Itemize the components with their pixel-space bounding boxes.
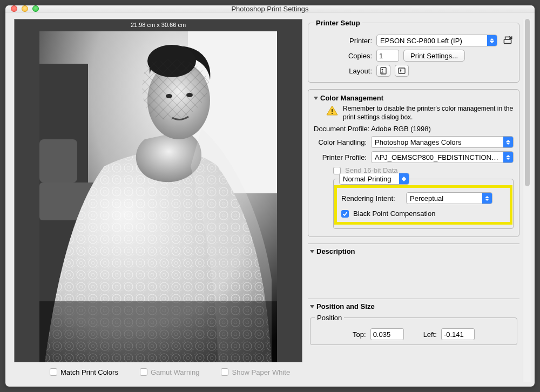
preview-image (39, 31, 277, 362)
layout-portrait-button[interactable] (376, 65, 390, 77)
preview-area: 21.98 cm x 30.66 cm (14, 19, 302, 362)
svg-rect-16 (504, 39, 511, 44)
printer-setup-title: Printer Setup (314, 19, 362, 27)
triangle-down-icon (314, 97, 318, 100)
left-label: Left: (423, 330, 437, 339)
top-label: Top: (353, 330, 366, 339)
svg-point-22 (400, 70, 402, 71)
show-paper-white-checkbox: Show Paper White (221, 368, 290, 376)
print-mode-group: Normal Printing Rendering Intent: Percep… (333, 179, 514, 229)
dialog-footer: Cancel Done Print (5, 382, 535, 387)
preview-options: Match Print Colors Gamut Warning Show Pa… (14, 362, 302, 382)
window-title: Photoshop Print Settings (5, 5, 535, 13)
printer-profile-select[interactable]: APJ_OEMSCP800_FBDISTINCTION_... (371, 151, 514, 163)
position-group: Position Top: Left: (310, 314, 517, 345)
svg-rect-24 (332, 113, 333, 114)
print-settings-button[interactable]: Print Settings... (403, 50, 465, 62)
match-print-colors-checkbox[interactable]: Match Print Colors (50, 368, 118, 376)
svg-rect-9 (39, 139, 77, 183)
color-management-disclosure[interactable]: Color Management (314, 94, 514, 102)
chevron-up-down-icon (487, 35, 497, 46)
color-management-title: Color Management (320, 94, 383, 102)
zoom-icon[interactable] (32, 5, 39, 12)
printer-shortcut-icon[interactable] (502, 35, 514, 46)
printer-select[interactable]: EPSON SC-P800 Left (IP) (376, 35, 497, 46)
preview-dimensions: 21.98 cm x 30.66 cm (15, 22, 302, 28)
copies-input[interactable] (376, 50, 399, 62)
printer-label: Printer: (314, 37, 372, 45)
chevron-up-down-icon (503, 152, 513, 163)
color-handling-label: Color Handling: (314, 138, 367, 146)
print-mode-select[interactable]: Normal Printing (339, 173, 409, 185)
description-title: Description (316, 247, 355, 255)
settings-scrollbar[interactable] (523, 19, 531, 382)
show-paper-white-label: Show Paper White (232, 368, 290, 376)
description-section: Description (308, 244, 519, 292)
color-handling-select[interactable]: Photoshop Manages Colors (371, 136, 514, 148)
rendering-intent-highlight: Rendering Intent: Perceptual (336, 187, 511, 223)
copies-label: Copies: (314, 52, 372, 60)
triangle-down-icon (310, 250, 314, 253)
settings-pane: Printer Setup Printer: EPSON SC-P800 Lef… (308, 12, 535, 382)
rendering-intent-label: Rendering Intent: (338, 194, 402, 202)
minimize-icon[interactable] (22, 5, 28, 12)
chevron-up-down-icon (482, 193, 492, 204)
black-point-compensation-label: Black Point Compensation (353, 209, 435, 218)
position-size-section: Position and Size Position Top: Left: (308, 299, 519, 345)
print-mode-value: Normal Printing (340, 175, 399, 183)
triangle-down-icon (310, 305, 314, 308)
layout-landscape-button[interactable] (395, 65, 409, 77)
scrollbar-thumb[interactable] (525, 19, 530, 186)
document-profile: Document Profile: Adobe RGB (1998) (314, 125, 514, 133)
layout-label: Layout: (314, 67, 372, 75)
svg-rect-15 (39, 301, 277, 362)
svg-point-20 (382, 69, 383, 71)
color-handling-value: Photoshop Manages Colors (372, 138, 503, 146)
svg-rect-17 (505, 37, 510, 39)
position-title: Position (315, 314, 344, 322)
preview-pane: 21.98 cm x 30.66 cm (5, 12, 308, 382)
top-input[interactable] (370, 328, 404, 340)
close-icon[interactable] (11, 5, 17, 12)
rendering-intent-select[interactable]: Perceptual (406, 192, 492, 204)
svg-rect-21 (399, 68, 405, 73)
black-point-compensation-checkbox[interactable] (341, 210, 349, 218)
gamut-warning-label: Gamut Warning (151, 368, 200, 376)
printer-setup-group: Printer Setup Printer: EPSON SC-P800 Lef… (308, 19, 519, 83)
chevron-up-down-icon (399, 173, 409, 184)
position-size-disclosure[interactable]: Position and Size (310, 302, 517, 310)
description-disclosure[interactable]: Description (310, 247, 517, 255)
printer-value: EPSON SC-P800 Left (IP) (377, 37, 487, 45)
color-management-section: Color Management Remember to disable the… (308, 89, 519, 237)
print-settings-window: Photoshop Print Settings 21.98 cm x 30.6… (5, 5, 535, 387)
position-size-title: Position and Size (316, 302, 375, 310)
match-print-colors-label: Match Print Colors (60, 368, 118, 376)
rendering-intent-value: Perceptual (407, 194, 482, 202)
chevron-up-down-icon (503, 137, 513, 147)
titlebar: Photoshop Print Settings (5, 5, 535, 12)
printer-profile-label: Printer Profile: (314, 153, 367, 161)
printer-profile-value: APJ_OEMSCP800_FBDISTINCTION_... (372, 153, 503, 161)
gamut-warning-checkbox: Gamut Warning (140, 368, 200, 376)
svg-rect-23 (332, 109, 333, 112)
color-management-warning: Remember to disable the printer's color … (343, 104, 514, 121)
warning-icon (326, 104, 339, 121)
left-input[interactable] (441, 328, 475, 340)
